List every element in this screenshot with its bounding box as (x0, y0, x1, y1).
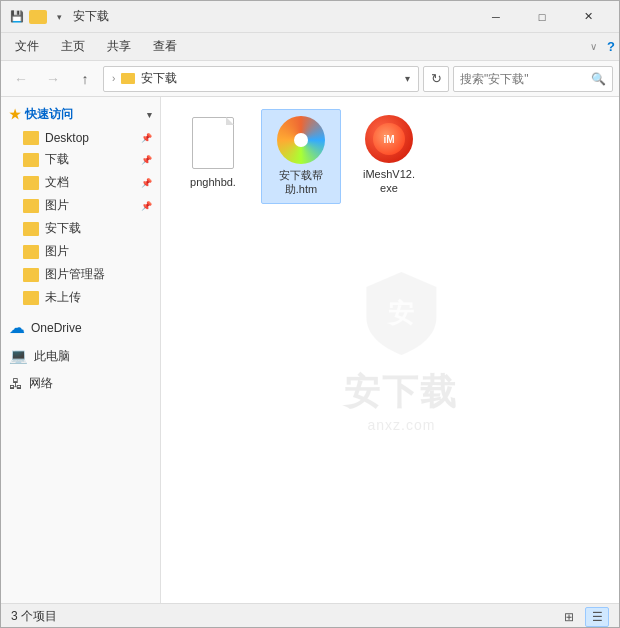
imesh-inner: iM (373, 123, 405, 155)
list-item[interactable]: 安下载帮助.htm (261, 109, 341, 204)
imesh-file-icon: iM (365, 115, 413, 163)
refresh-button[interactable]: ↻ (423, 66, 449, 92)
pin-badge: 📌 (141, 155, 152, 165)
sidebar-item-pc[interactable]: 💻 此电脑 (1, 344, 160, 368)
folder-icon (23, 291, 39, 305)
file-name: 安下载帮助.htm (279, 168, 323, 197)
up-button[interactable]: ↑ (71, 65, 99, 93)
quick-access-label: 快速访问 (25, 106, 73, 123)
address-dropdown-icon: ▾ (405, 73, 410, 84)
sidebar-item-anxz[interactable]: 安下载 (1, 217, 160, 240)
sidebar-item-notup[interactable]: 未上传 (1, 286, 160, 309)
view-grid-button[interactable]: ⊞ (557, 607, 581, 627)
title-bar: 💾 ▾ 安下载 ─ □ ✕ (1, 1, 619, 33)
watermark-shield-icon: 安 (356, 267, 446, 357)
address-bar: ← → ↑ › 安下载 ▾ ↻ 🔍 (1, 61, 619, 97)
pc-label: 此电脑 (34, 348, 70, 365)
window-title: 安下载 (73, 8, 109, 25)
save-icon: 💾 (9, 9, 25, 25)
quick-access-chevron: ▾ (147, 110, 152, 120)
view-list-button[interactable]: ☰ (585, 607, 609, 627)
folder-icon (23, 199, 39, 213)
maximize-button[interactable]: □ (519, 1, 565, 33)
pin-badge: 📌 (141, 178, 152, 188)
folder-icon (23, 153, 39, 167)
forward-button[interactable]: → (39, 65, 67, 93)
search-icon: 🔍 (591, 72, 606, 86)
star-icon: ★ (9, 107, 21, 122)
search-box[interactable]: 🔍 (453, 66, 613, 92)
htm-center (294, 133, 308, 147)
quick-access-header[interactable]: ★ 快速访问 ▾ (1, 101, 160, 128)
sidebar-item-pictures[interactable]: 图片 📌 (1, 194, 160, 217)
pin-badge: 📌 (141, 133, 152, 143)
folder-icon (23, 245, 39, 259)
sidebar-item-download[interactable]: 下载 📌 (1, 148, 160, 171)
network-label: 网络 (29, 375, 53, 392)
file-name: pnghhbd. (190, 175, 236, 189)
sidebar-item-label: 图片管理器 (45, 266, 105, 283)
address-text: 安下载 (141, 70, 177, 87)
list-item[interactable]: iM iMeshV12.exe (349, 109, 429, 204)
sidebar-item-desktop[interactable]: Desktop 📌 (1, 128, 160, 148)
breadcrumb-arrow: › (112, 73, 115, 84)
watermark: 安 安下载 anxz.com (344, 267, 458, 433)
file-grid: pnghhbd. 安下载帮助.htm iM iMeshV12.exe (161, 97, 619, 216)
sidebar-item-label: Desktop (45, 131, 89, 145)
imesh-label: iM (383, 134, 394, 145)
title-bar-controls: ─ □ ✕ (473, 1, 611, 33)
sidebar-item-pictures2[interactable]: 图片 (1, 240, 160, 263)
sidebar-item-label: 图片 (45, 243, 69, 260)
content-area: 安 安下载 anxz.com pnghhbd. 安下载帮助.htm (161, 97, 619, 603)
pin-badge: 📌 (141, 201, 152, 211)
title-bar-icons: 💾 ▾ (9, 9, 67, 25)
title-bar-left: 💾 ▾ 安下载 (9, 8, 109, 25)
ribbon-toggle: ∨ ? (590, 39, 615, 54)
back-button[interactable]: ← (7, 65, 35, 93)
file-fold (226, 117, 234, 125)
close-button[interactable]: ✕ (565, 1, 611, 33)
onedrive-icon: ☁ (9, 318, 25, 337)
sidebar-item-documents[interactable]: 文档 📌 (1, 171, 160, 194)
minimize-button[interactable]: ─ (473, 1, 519, 33)
main-layout: ★ 快速访问 ▾ Desktop 📌 下载 📌 文档 📌 图片 📌 安下载 (1, 97, 619, 603)
address-box[interactable]: › 安下载 ▾ (103, 66, 419, 92)
list-item[interactable]: pnghhbd. (173, 109, 253, 204)
sidebar-item-onedrive[interactable]: ☁ OneDrive (1, 315, 160, 340)
sidebar-item-picmanager[interactable]: 图片管理器 (1, 263, 160, 286)
sidebar-item-label: 安下载 (45, 220, 81, 237)
menu-bar: 文件 主页 共享 查看 ∨ ? (1, 33, 619, 61)
sidebar-item-label: 文档 (45, 174, 69, 191)
folder-title-icon (29, 10, 47, 24)
folder-icon (23, 176, 39, 190)
menu-home[interactable]: 主页 (51, 34, 95, 59)
network-icon: 🖧 (9, 376, 23, 392)
status-bar: 3 个项目 ⊞ ☰ (1, 603, 619, 628)
menu-share[interactable]: 共享 (97, 34, 141, 59)
watermark-url: anxz.com (344, 417, 458, 433)
htm-file-icon (277, 116, 325, 164)
sidebar: ★ 快速访问 ▾ Desktop 📌 下载 📌 文档 📌 图片 📌 安下载 (1, 97, 161, 603)
sidebar-item-label: 未上传 (45, 289, 81, 306)
search-input[interactable] (460, 72, 587, 86)
sidebar-item-label: 下载 (45, 151, 69, 168)
computer-icon: 💻 (9, 347, 28, 365)
dropdown-icon: ▾ (51, 9, 67, 25)
menu-view[interactable]: 查看 (143, 34, 187, 59)
file-name: iMeshV12.exe (363, 167, 415, 196)
sidebar-item-network[interactable]: 🖧 网络 (1, 372, 160, 395)
status-view-controls: ⊞ ☰ (557, 607, 609, 627)
watermark-text: 安下载 (344, 368, 458, 417)
menu-file[interactable]: 文件 (5, 34, 49, 59)
svg-text:安: 安 (386, 298, 414, 328)
file-generic-icon (189, 115, 237, 171)
folder-icon (23, 131, 39, 145)
status-count: 3 个项目 (11, 608, 57, 625)
address-folder-icon (121, 73, 135, 84)
folder-icon (23, 268, 39, 282)
onedrive-label: OneDrive (31, 321, 82, 335)
folder-icon (23, 222, 39, 236)
sidebar-item-label: 图片 (45, 197, 69, 214)
